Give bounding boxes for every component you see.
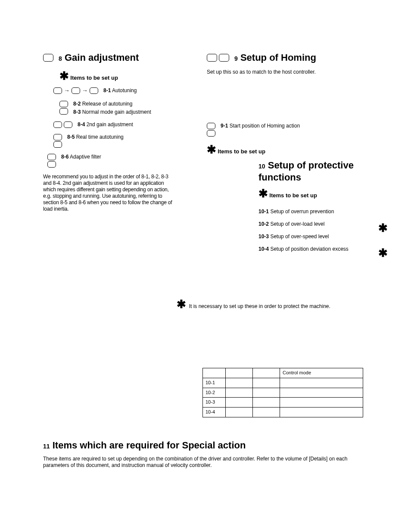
item-8-5: 8-5 Real time autotuning xyxy=(53,134,177,148)
section-9-header: 9 Setup of Homing xyxy=(207,52,362,64)
star-icon: ✱ xyxy=(177,297,186,311)
vpair-icon xyxy=(59,101,68,115)
vpair-icon xyxy=(207,123,215,137)
section-11-desc: These items are required to set up depen… xyxy=(43,456,353,469)
item-10-3: 10-3 Setup of over-speed level xyxy=(258,233,388,240)
section-10-title: 10 Setup of protective functions xyxy=(258,159,388,183)
star-icon: ✱ xyxy=(378,221,388,235)
section-8-note: We recommend you to adjust in the order … xyxy=(43,174,177,212)
item-8-1: →→ 8-1 Autotuning xyxy=(53,87,177,95)
item-10-1: 10-1 Setup of overrun prevention xyxy=(258,208,388,215)
section-10-note: ✱ Items to be set up xyxy=(258,187,388,201)
control-mode-table: Control mode 10-1 10-2 10-3 10-4 xyxy=(202,368,363,417)
star-icon: ✱ xyxy=(59,69,69,83)
section-8-header: 8 Gain adjustment xyxy=(43,52,177,64)
item-8-2-3: 8-2 Release of autotuning 8-3 Normal mod… xyxy=(59,101,177,115)
item-9-1: 9-1 Start position of Homing action xyxy=(207,123,362,137)
section-11-title: 11 Items which are required for Special … xyxy=(43,439,371,451)
section-8-subtitle: ✱ Items to be set up xyxy=(59,69,177,83)
double-box-icon xyxy=(207,54,229,62)
star-icon: ✱ xyxy=(378,246,388,260)
item-10-4: 10-4 Setup of position deviation excess … xyxy=(258,246,388,252)
chain-icon: →→ xyxy=(53,87,98,95)
vpair-icon xyxy=(53,134,62,148)
double-box-icon xyxy=(53,121,72,128)
section-9-note: Set up this so as to match to the host c… xyxy=(207,69,362,75)
item-8-6: 8-6 Adaptive filter xyxy=(47,154,177,168)
section-9-title: 9 Setup of Homing xyxy=(234,52,316,64)
section-9-subtitle: ✱ Items to be set up xyxy=(207,143,362,157)
section-10-note-body: It is necessary to set up these in order… xyxy=(189,303,330,309)
item-8-4: 8-4 2nd gain adjustment xyxy=(53,121,177,128)
vpair-icon xyxy=(47,154,56,168)
box-icon xyxy=(43,54,53,62)
star-icon: ✱ xyxy=(207,143,216,157)
item-10-2: 10-2 Setup of over-load level ✱ xyxy=(258,221,388,227)
section-8-title: 8 Gain adjustment xyxy=(59,52,139,64)
star-icon: ✱ xyxy=(258,187,268,201)
